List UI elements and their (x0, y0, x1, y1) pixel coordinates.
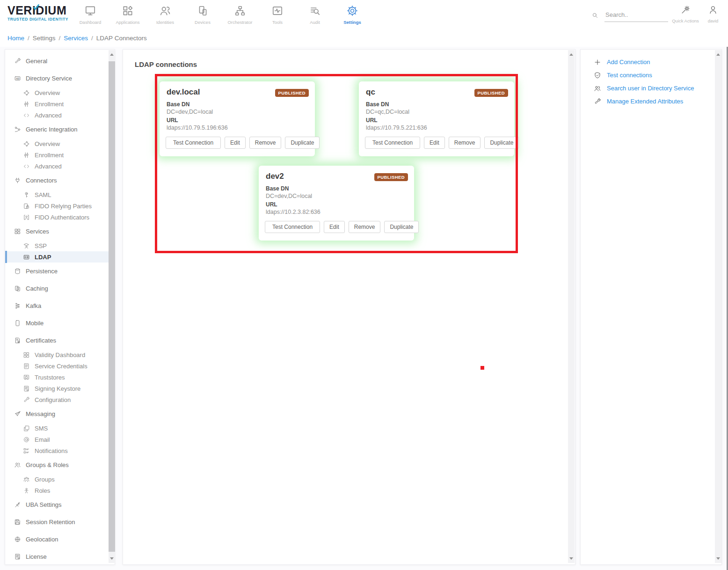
nav-tools[interactable]: Tools (259, 4, 296, 25)
sidebar-item-label: Validity Dashboard (35, 351, 85, 358)
page-title: LDAP connections (135, 60, 197, 68)
cache-icon (14, 285, 21, 292)
sidebar-item-ssp[interactable]: SSP (5, 240, 115, 251)
sidebar-item-label: Certificates (26, 337, 56, 344)
duplicate-button[interactable]: Duplicate (384, 221, 419, 233)
nav-dashboard[interactable]: Dashboard (72, 4, 109, 25)
scrollbar-thumb[interactable] (109, 61, 115, 552)
nav-devices[interactable]: Devices (184, 4, 221, 25)
sidebar-item-advanced[interactable]: Advanced (5, 110, 115, 121)
sidebar-item-fido-authenticators[interactable]: FIDO Authenticators (5, 212, 115, 223)
test-connection-button[interactable]: Test Connection (166, 137, 221, 149)
sidebar-item-kafka[interactable]: Kafka (5, 300, 115, 311)
scroll-up-arrow-icon[interactable] (110, 53, 114, 56)
nav-label: Identities (146, 20, 184, 25)
duplicate-button[interactable]: Duplicate (285, 137, 320, 149)
scroll-down-arrow-icon[interactable] (569, 557, 573, 560)
sidebar-item-certificates[interactable]: Certificates (5, 335, 115, 346)
action-manage-extended-attributes[interactable]: Manage Extended Attributes (594, 96, 721, 106)
nav-identities[interactable]: Identities (146, 4, 184, 25)
remove-button[interactable]: Remove (249, 137, 282, 149)
card-header: dev.localPUBLISHED (167, 88, 309, 97)
sidebar-item-session-retention[interactable]: Session Retention (5, 516, 115, 527)
sidebar-item-license[interactable]: License (5, 551, 115, 562)
sidebar-item-configuration[interactable]: Configuration (5, 394, 115, 405)
plus-icon (594, 58, 601, 66)
card-actions: Test ConnectionEditRemoveDuplicate (265, 221, 419, 233)
remove-button[interactable]: Remove (349, 221, 381, 233)
right-panel-scrollbar[interactable] (715, 50, 721, 563)
sidebar-item-label: Enrollment (35, 101, 64, 108)
nav-applications[interactable]: Applications (109, 4, 146, 25)
sidebar-item-validity-dashboard[interactable]: Validity Dashboard (5, 349, 115, 360)
remove-button[interactable]: Remove (449, 137, 481, 149)
scroll-up-arrow-icon[interactable] (569, 53, 573, 56)
sidebar-item-label: Caching (26, 285, 48, 292)
sidebar-item-signing-keystore[interactable]: Signing Keystore (5, 383, 115, 394)
sidebar-item-persistence[interactable]: Persistence (5, 265, 115, 277)
search-icon[interactable] (591, 12, 598, 21)
brand-check-icon (32, 1, 40, 13)
sidebar-item-label: Signing Keystore (35, 385, 80, 392)
sidebar-item-connectors[interactable]: Connectors (5, 175, 115, 186)
field-value-base-dn: DC=qc,DC=local (366, 109, 409, 115)
brand-logo[interactable]: VERIDIUM TRUSTED DIGITAL IDENTITY (7, 5, 78, 22)
sidebar-item-geolocation[interactable]: Geolocation (5, 533, 115, 545)
field-label-base-dn: Base DN (366, 101, 389, 108)
nav-orchestrator[interactable]: Orchestrator (221, 4, 259, 25)
action-search-user-in-directory-service[interactable]: Search user in Directory Service (594, 83, 721, 93)
sidebar-item-notifications[interactable]: Notifications (5, 445, 115, 456)
ldap-connection-card-qc: qcPUBLISHEDBase DNDC=qc,DC=localURLldaps… (359, 81, 514, 156)
ldap-connection-card-dev-local: dev.localPUBLISHEDBase DNDC=dev,DC=local… (160, 81, 315, 156)
scroll-down-arrow-icon[interactable] (716, 557, 720, 560)
duplicate-button[interactable]: Duplicate (484, 137, 519, 149)
edit-button[interactable]: Edit (424, 137, 445, 149)
edit-button[interactable]: Edit (324, 221, 345, 233)
action-add-connection[interactable]: Add Connection (594, 57, 721, 67)
sidebar-item-enrollment[interactable]: Enrollment (5, 149, 115, 161)
sms-icon (23, 425, 30, 432)
action-test-connections[interactable]: Test connections (594, 70, 721, 80)
field-label-url: URL (366, 117, 378, 124)
quick-actions-button[interactable]: Quick Actions (672, 5, 699, 23)
sidebar-item-overview[interactable]: Overview (5, 87, 115, 98)
sidebar-item-email[interactable]: Email (5, 434, 115, 445)
sidebar-item-groups-roles[interactable]: Groups & Roles (5, 459, 115, 470)
sidebar-item-service-credentials[interactable]: Service Credentials (5, 360, 115, 372)
sidebar-item-caching[interactable]: Caching (5, 283, 115, 294)
edit-button[interactable]: Edit (225, 137, 246, 149)
sidebar-item-overview[interactable]: Overview (5, 138, 115, 149)
sidebar-item-label: FIDO Authenticators (35, 214, 89, 221)
sidebar-item-uba-settings[interactable]: UBA Settings (5, 499, 115, 510)
test-connection-button[interactable]: Test Connection (365, 137, 420, 149)
sidebar-item-advanced[interactable]: Advanced (5, 161, 115, 172)
test-connection-button[interactable]: Test Connection (265, 221, 320, 233)
sidebar-item-general[interactable]: General (5, 55, 115, 66)
breadcrumb-services[interactable]: Services (64, 35, 88, 42)
sidebar-item-enrollment[interactable]: Enrollment (5, 98, 115, 110)
breadcrumb-settings: Settings (33, 35, 56, 42)
user-menu[interactable]: david (703, 5, 723, 23)
sidebar-item-generic-integration[interactable]: Generic Integration (5, 124, 115, 135)
sidebar-item-saml[interactable]: SAML (5, 189, 115, 200)
sidebar-item-directory-service[interactable]: ADDirectory Service (5, 73, 115, 84)
sidebar-item-truststores[interactable]: Truststores (5, 372, 115, 383)
sidebar-item-fido-relying-parties[interactable]: FIDO Relying Parties (5, 200, 115, 212)
breadcrumb-home[interactable]: Home (7, 35, 24, 42)
scroll-up-arrow-icon[interactable] (716, 53, 720, 56)
sidebar-item-roles[interactable]: Roles (5, 485, 115, 496)
sidebar-item-ldap[interactable]: LDAP (5, 251, 115, 263)
sidebar-scrollbar[interactable] (109, 50, 115, 563)
nav-audit[interactable]: Audit (296, 4, 334, 25)
sidebar-item-groups[interactable]: Groups (5, 474, 115, 485)
sidebar-item-sms[interactable]: SMS (5, 423, 115, 434)
sidebar-item-services[interactable]: Services (5, 226, 115, 237)
scroll-down-arrow-icon[interactable] (110, 557, 114, 560)
sidebar-item-messaging[interactable]: Messaging (5, 408, 115, 419)
sidebar-item-mobile[interactable]: Mobile (5, 317, 115, 329)
person-hat-icon (23, 242, 30, 249)
plug-icon (14, 177, 21, 184)
nav-settings[interactable]: Settings (334, 4, 371, 25)
search-input[interactable] (604, 11, 668, 22)
main-scrollbar[interactable] (568, 50, 575, 563)
